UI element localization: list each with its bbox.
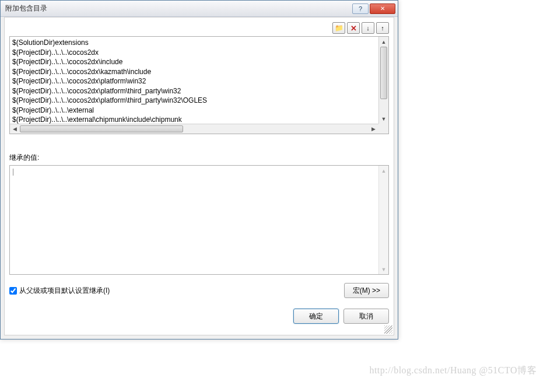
scroll-down-icon[interactable]: ▼ [379, 264, 388, 274]
property-editor-dialog: 附加包含目录 ? ✕ 📁 ✕ ↓ ↑ [0, 0, 398, 340]
scroll-down-icon[interactable]: ▼ [379, 114, 388, 124]
delete-x-icon: ✕ [350, 24, 357, 33]
scroll-left-icon[interactable]: ◀ [10, 124, 20, 134]
list-item[interactable]: $(SolutionDir)extensions [12, 38, 376, 48]
scroll-corner [378, 124, 388, 134]
options-row: 从父级或项目默认设置继承(I) 宏(M) >> [9, 283, 389, 298]
dialog-buttons: 确定 取消 [9, 309, 389, 324]
include-dirs-list[interactable]: $(SolutionDir)extensions $(ProjectDir)..… [9, 36, 389, 134]
close-icon: ✕ [380, 5, 385, 12]
list-content: $(SolutionDir)extensions $(ProjectDir)..… [10, 37, 378, 124]
watermark-text: http://blog.csdn.net/Huang @51CTO博客 [369, 365, 537, 377]
inherited-values-label: 继承的值: [9, 153, 389, 163]
dialog-body: 📁 ✕ ↓ ↑ $(SolutionDir)extensions $(Proje… [4, 17, 394, 335]
move-up-button[interactable]: ↑ [376, 22, 389, 34]
list-item[interactable]: $(ProjectDir)..\..\..\cocos2dx\platform\… [12, 86, 376, 96]
help-button[interactable]: ? [352, 4, 369, 14]
list-item[interactable]: $(ProjectDir)..\..\..\cocos2dx\kazmath\i… [12, 67, 376, 77]
list-item[interactable]: $(ProjectDir)..\..\..\cocos2dx\platform\… [12, 96, 376, 106]
horizontal-scrollbar[interactable]: ◀ ▶ [10, 124, 378, 134]
list-item[interactable]: $(ProjectDir)..\..\..\external\chipmunk\… [12, 115, 376, 124]
list-item[interactable]: $(ProjectDir)..\..\..\external [12, 106, 376, 116]
delete-button[interactable]: ✕ [347, 22, 360, 34]
scroll-thumb[interactable] [20, 125, 183, 132]
inherit-checkbox[interactable] [9, 287, 17, 295]
move-down-button[interactable]: ↓ [362, 22, 374, 34]
macros-button[interactable]: 宏(M) >> [344, 283, 389, 298]
list-toolbar: 📁 ✕ ↓ ↑ [9, 22, 389, 34]
titlebar[interactable]: 附加包含目录 ? ✕ [1, 1, 398, 17]
list-item[interactable]: $(ProjectDir)..\..\..\cocos2dx\platform\… [12, 76, 376, 86]
list-item[interactable]: $(ProjectDir)..\..\..\cocos2dx [12, 48, 376, 58]
window-title: 附加包含目录 [5, 4, 352, 13]
ok-button[interactable]: 确定 [293, 309, 339, 324]
cancel-button[interactable]: 取消 [343, 309, 389, 324]
folder-new-icon: 📁 [335, 24, 343, 32]
arrow-up-icon: ↑ [381, 24, 384, 32]
inherited-content: | [10, 166, 378, 274]
new-line-button[interactable]: 📁 [332, 22, 345, 34]
text-cursor: | [12, 167, 14, 176]
help-icon: ? [359, 5, 362, 12]
inherit-checkbox-label: 从父级或项目默认设置继承(I) [19, 286, 110, 296]
list-item[interactable]: $(ProjectDir)..\..\..\cocos2dx\include [12, 57, 376, 67]
close-button[interactable]: ✕ [370, 4, 395, 14]
resize-grip-icon[interactable] [384, 326, 392, 334]
scroll-thumb[interactable] [380, 47, 387, 99]
vertical-scrollbar[interactable]: ▲ ▼ [378, 37, 388, 124]
scroll-right-icon[interactable]: ▶ [369, 124, 378, 134]
scroll-up-icon[interactable]: ▲ [379, 37, 388, 47]
inherit-checkbox-group: 从父级或项目默认设置继承(I) [9, 286, 110, 296]
inherited-values-box: | ▲ ▼ [9, 165, 389, 275]
vertical-scrollbar[interactable]: ▲ ▼ [378, 166, 388, 274]
scroll-up-icon[interactable]: ▲ [379, 166, 388, 176]
arrow-down-icon: ↓ [366, 24, 370, 32]
